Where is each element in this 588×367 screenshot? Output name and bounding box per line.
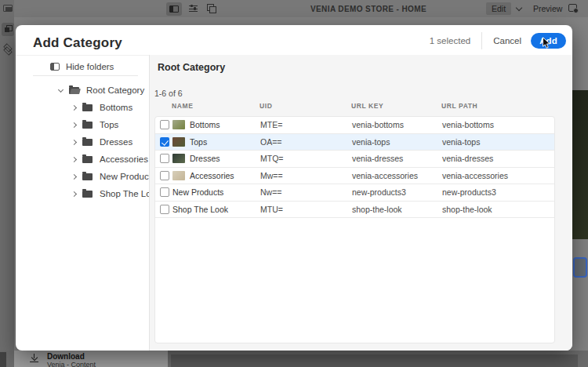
tree-item[interactable]: New Products bbox=[16, 168, 149, 185]
tree-item[interactable]: Bottoms bbox=[16, 99, 149, 116]
name-cell: Dresses bbox=[171, 154, 260, 163]
checkbox-cell bbox=[155, 137, 171, 147]
tree-item-label: Root Category bbox=[86, 85, 144, 95]
download-panel[interactable]: Download Venia - Content bbox=[14, 351, 168, 367]
row-uid: MTQ= bbox=[260, 154, 352, 163]
row-name: Accessories bbox=[190, 171, 234, 180]
folder-icon bbox=[82, 191, 93, 198]
table-row[interactable]: Bottoms MTE= venia-bottoms venia-bottoms bbox=[155, 117, 554, 134]
cancel-button[interactable]: Cancel bbox=[493, 36, 521, 45]
folder-icon bbox=[82, 139, 93, 146]
dialog-title: Add Category bbox=[33, 35, 122, 51]
tree-item[interactable]: Dresses bbox=[16, 133, 149, 151]
row-checkbox[interactable] bbox=[160, 205, 169, 214]
table-row[interactable]: Accessories Mw== venia-accessories venia… bbox=[155, 168, 554, 185]
row-url-key: venia-dresses bbox=[352, 154, 442, 163]
name-cell: Accessories bbox=[171, 171, 260, 180]
row-uid: MTU= bbox=[260, 205, 352, 214]
table-row[interactable]: New Products Nw== new-products3 new-prod… bbox=[155, 184, 554, 202]
row-url-path: venia-bottoms bbox=[442, 120, 554, 129]
row-checkbox[interactable] bbox=[160, 120, 169, 129]
folder-icon bbox=[82, 156, 93, 163]
page-settings-icon[interactable] bbox=[568, 4, 577, 12]
tree-item-label: Dresses bbox=[100, 137, 132, 147]
sites-icon[interactable] bbox=[3, 5, 13, 12]
row-url-path: shop-the-look bbox=[442, 205, 554, 214]
tree-item-label: Bottoms bbox=[100, 103, 132, 112]
row-checkbox[interactable] bbox=[160, 154, 169, 163]
table-row[interactable]: Shop The Look MTU= shop-the-look shop-th… bbox=[155, 202, 554, 219]
row-thumbnail bbox=[172, 137, 185, 147]
row-thumbnail bbox=[172, 171, 185, 180]
row-uid: OA== bbox=[260, 137, 352, 147]
row-url-path: venia-dresses bbox=[442, 154, 554, 163]
column-url-path: URL PATH bbox=[441, 102, 555, 110]
category-pane: Root Category 1-6 of 6 NAME UID URL KEY … bbox=[149, 55, 572, 351]
selected-count: 1 selected bbox=[430, 36, 470, 45]
table-row[interactable]: Tops OA== venia-tops venia-tops bbox=[155, 134, 554, 151]
background-content-edge bbox=[171, 354, 578, 367]
rail-selected-item[interactable] bbox=[2, 23, 14, 36]
hide-folders-label: Hide folders bbox=[66, 62, 114, 71]
tree-chevron-icon[interactable] bbox=[71, 104, 77, 110]
emulator-icon[interactable] bbox=[207, 4, 216, 13]
checkbox-cell bbox=[155, 120, 171, 129]
tree-chevron-icon[interactable] bbox=[71, 173, 77, 179]
tree-item[interactable]: Tops bbox=[16, 116, 149, 133]
hide-folders-button[interactable]: Hide folders bbox=[50, 62, 114, 71]
name-cell: Shop The Look bbox=[171, 205, 260, 214]
row-url-key: new-products3 bbox=[352, 187, 442, 197]
category-table: Bottoms MTE= venia-bottoms venia-bottoms… bbox=[154, 116, 555, 343]
tree-item-label: New Products bbox=[100, 172, 156, 181]
checkbox-cell bbox=[155, 187, 171, 197]
row-checkbox[interactable] bbox=[160, 171, 169, 180]
row-url-path: venia-tops bbox=[442, 137, 554, 147]
checkbox-cell bbox=[155, 205, 171, 214]
tree-chevron-icon[interactable] bbox=[71, 156, 77, 162]
folder-sidebar: Hide folders Root Category Bottoms Tops … bbox=[16, 55, 149, 351]
row-url-path: venia-accessories bbox=[442, 171, 554, 180]
row-url-key: venia-tops bbox=[352, 137, 442, 147]
result-count: 1-6 of 6 bbox=[154, 89, 183, 98]
side-panel-icon bbox=[169, 5, 179, 13]
column-uid: UID bbox=[260, 102, 351, 110]
name-cell: Bottoms bbox=[171, 120, 260, 129]
header-divider bbox=[481, 32, 482, 49]
sidebar-divider bbox=[33, 75, 138, 76]
layers-icon[interactable] bbox=[3, 44, 11, 53]
column-url-key: URL KEY bbox=[351, 102, 441, 110]
tree-chevron-icon[interactable] bbox=[71, 191, 77, 196]
page-title: VENIA DEMO STORE - HOME bbox=[259, 5, 478, 13]
name-cell: New Products bbox=[171, 187, 260, 197]
row-url-key: shop-the-look bbox=[352, 205, 442, 214]
mouse-cursor bbox=[542, 37, 551, 49]
edit-mode-button[interactable]: Edit bbox=[486, 2, 511, 15]
copy-pages-icon bbox=[5, 25, 12, 32]
tree-item[interactable]: Shop The Look bbox=[16, 185, 149, 202]
row-uid: Nw== bbox=[260, 187, 352, 197]
row-name: Dresses bbox=[190, 154, 220, 163]
row-checkbox[interactable] bbox=[160, 137, 169, 147]
row-thumbnail bbox=[172, 154, 185, 163]
tree-chevron-icon[interactable] bbox=[71, 139, 77, 144]
row-name: Bottoms bbox=[190, 120, 220, 129]
row-uid: Mw== bbox=[260, 171, 352, 180]
table-row[interactable]: Dresses MTQ= venia-dresses venia-dresses bbox=[155, 151, 554, 168]
side-panel-toggle[interactable] bbox=[166, 2, 182, 16]
tree-item[interactable]: Root Category bbox=[16, 82, 149, 99]
name-cell: Tops bbox=[171, 137, 260, 147]
folder-icon bbox=[82, 173, 93, 180]
row-uid: MTE= bbox=[260, 120, 352, 129]
add-button[interactable]: Add bbox=[531, 33, 566, 49]
tree-item[interactable]: Accessories bbox=[16, 151, 149, 168]
preview-button[interactable]: Preview bbox=[533, 4, 562, 13]
tree-chevron-icon[interactable] bbox=[71, 122, 77, 127]
download-icon bbox=[30, 354, 38, 362]
page-properties-icon[interactable] bbox=[189, 5, 198, 13]
download-sublabel: Venia - Content bbox=[47, 361, 96, 367]
row-url-path: new-products3 bbox=[442, 187, 554, 197]
row-checkbox[interactable] bbox=[160, 187, 169, 197]
folder-icon bbox=[82, 104, 93, 111]
tree-chevron-icon[interactable] bbox=[58, 86, 64, 92]
hide-folders-icon bbox=[50, 63, 60, 71]
